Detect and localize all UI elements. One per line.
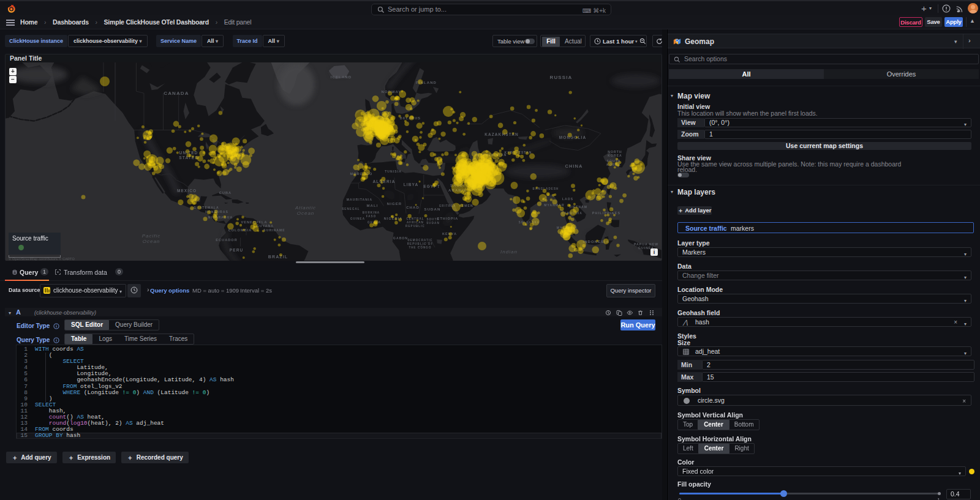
- svg-text:CANADA: CANADA: [164, 91, 189, 96]
- svg-text:NIGER: NIGER: [387, 202, 402, 206]
- svg-text:CHINA: CHINA: [565, 163, 582, 169]
- svg-text:NICARAGUA: NICARAGUA: [208, 215, 233, 219]
- svg-text:LIBYA: LIBYA: [404, 182, 418, 187]
- svg-text:EGYPT: EGYPT: [423, 184, 440, 188]
- svg-text:BRAZIL: BRAZIL: [268, 255, 288, 259]
- svg-text:SUDAN: SUDAN: [426, 222, 440, 225]
- svg-text:PHILIPPINES: PHILIPPINES: [592, 211, 620, 215]
- svg-text:PERU: PERU: [230, 248, 243, 252]
- svg-text:ETHIOPIA: ETHIOPIA: [437, 217, 459, 220]
- svg-text:GABON: GABON: [393, 236, 408, 240]
- svg-text:Indian: Indian: [500, 249, 518, 255]
- svg-text:SOUTH: SOUTH: [426, 218, 439, 221]
- svg-text:Ocean: Ocean: [143, 239, 160, 244]
- svg-text:GUINEA: GUINEA: [350, 217, 365, 220]
- svg-text:BURKINA: BURKINA: [363, 211, 380, 214]
- svg-text:DEMOCRATIC: DEMOCRATIC: [407, 239, 432, 242]
- svg-text:Atlantic: Atlantic: [295, 205, 316, 211]
- svg-text:Ocean: Ocean: [297, 211, 315, 216]
- svg-text:MAURITANIA: MAURITANIA: [347, 198, 372, 201]
- svg-text:CUBA: CUBA: [219, 191, 232, 195]
- svg-text:LAOS: LAOS: [562, 197, 573, 201]
- svg-text:REPUBLIC: REPUBLIC: [405, 225, 425, 228]
- svg-text:MONGOLIA: MONGOLIA: [559, 135, 587, 140]
- svg-text:ICELAND: ICELAND: [331, 75, 352, 79]
- svg-text:SUDAN: SUDAN: [424, 207, 441, 211]
- svg-text:TUNISIA: TUNISIA: [385, 170, 402, 173]
- svg-text:AFRICAN: AFRICAN: [407, 221, 424, 224]
- svg-text:GUYANA: GUYANA: [257, 224, 274, 228]
- svg-text:CHAD: CHAD: [406, 206, 420, 209]
- svg-text:SENEGAL: SENEGAL: [342, 207, 360, 211]
- svg-text:MALI: MALI: [366, 204, 378, 207]
- svg-text:FASO: FASO: [366, 215, 377, 218]
- svg-text:Pacific: Pacific: [142, 233, 161, 239]
- svg-text:RUSSIA: RUSSIA: [550, 75, 573, 80]
- svg-text:ECUADOR: ECUADOR: [216, 238, 238, 242]
- svg-text:KOREA: KOREA: [608, 154, 622, 157]
- svg-text:THE CONGO: THE CONGO: [409, 246, 431, 249]
- svg-text:SURINAME: SURINAME: [263, 228, 285, 232]
- svg-text:MEXICO: MEXICO: [177, 188, 197, 193]
- svg-text:REPUBLIC OF: REPUBLIC OF: [407, 242, 434, 245]
